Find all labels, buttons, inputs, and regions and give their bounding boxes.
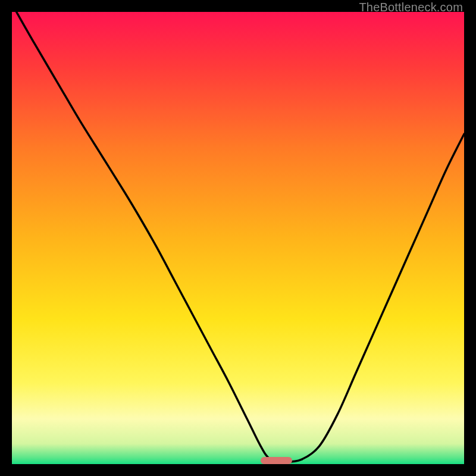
bottleneck-curve bbox=[12, 12, 464, 464]
chart-frame: TheBottleneck.com bbox=[0, 0, 476, 476]
watermark-text: TheBottleneck.com bbox=[359, 1, 463, 14]
optimal-range-marker bbox=[261, 457, 292, 464]
plot-area bbox=[12, 12, 464, 464]
